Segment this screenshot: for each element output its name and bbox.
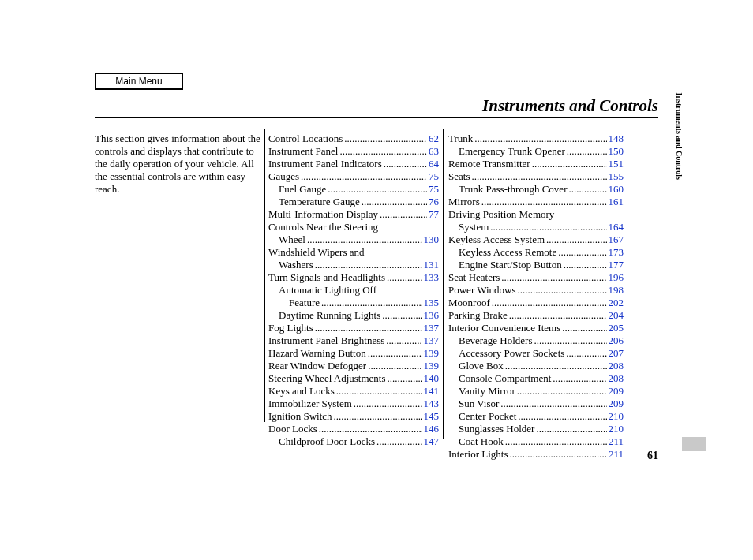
toc-page-link[interactable]: 202 xyxy=(607,297,624,309)
toc-page-link[interactable]: 75 xyxy=(427,183,439,196)
toc-page-link[interactable]: 141 xyxy=(422,385,440,398)
toc-dots xyxy=(366,347,422,360)
toc-page-link[interactable]: 133 xyxy=(422,271,440,284)
toc-dots xyxy=(567,183,606,196)
toc-page-link[interactable]: 147 xyxy=(422,435,440,448)
toc-dots xyxy=(556,246,606,259)
toc-dots xyxy=(508,448,607,461)
toc-dots xyxy=(560,322,606,334)
toc-page-link[interactable]: 62 xyxy=(427,133,439,145)
title-rule xyxy=(95,117,658,118)
toc-dots xyxy=(564,347,606,360)
toc-page-link[interactable]: 209 xyxy=(607,398,624,410)
toc-page-link[interactable]: 208 xyxy=(607,360,624,372)
toc-entry: Temperature Gauge76 xyxy=(268,196,439,208)
toc-page-link[interactable]: 164 xyxy=(607,221,624,233)
toc-dots xyxy=(380,309,421,322)
toc-page-link[interactable]: 161 xyxy=(607,196,624,208)
toc-page-link[interactable]: 137 xyxy=(422,334,440,347)
toc-label: Remote Transmitter xyxy=(448,158,530,170)
toc-dots xyxy=(313,322,422,334)
toc-label: Trunk xyxy=(448,133,473,145)
toc-page-link[interactable]: 198 xyxy=(607,284,624,297)
toc-page-link[interactable]: 148 xyxy=(607,133,624,145)
toc-page-link[interactable]: 155 xyxy=(607,170,624,183)
toc-dots xyxy=(317,423,422,435)
toc-dots xyxy=(386,372,422,385)
toc-entry: System164 xyxy=(448,221,624,233)
toc-entry: Mirrors161 xyxy=(448,196,624,208)
toc-label: Moonroof xyxy=(448,297,490,309)
toc-page-link[interactable]: 145 xyxy=(422,410,440,423)
toc-dots xyxy=(504,360,607,372)
toc-label: Trunk Pass-through Cover xyxy=(448,183,567,196)
toc-page-link[interactable]: 160 xyxy=(607,183,624,196)
toc-page-link[interactable]: 211 xyxy=(607,435,624,448)
toc-page-link[interactable]: 205 xyxy=(607,322,624,334)
toc-dots xyxy=(562,259,607,271)
toc-page-link[interactable]: 140 xyxy=(422,372,440,385)
toc-dots xyxy=(360,196,427,208)
toc-page-link[interactable]: 139 xyxy=(422,360,440,372)
toc-dots xyxy=(375,435,421,448)
toc-label: Instrument Panel Brightness xyxy=(268,334,384,347)
toc-page-link[interactable]: 173 xyxy=(607,246,624,259)
toc-page-link[interactable]: 151 xyxy=(607,158,624,170)
toc-label: Door Locks xyxy=(268,423,317,435)
toc-page-link[interactable]: 167 xyxy=(607,233,624,246)
toc-page-link[interactable]: 211 xyxy=(607,448,624,461)
main-menu-button[interactable]: Main Menu xyxy=(95,73,183,90)
toc-label: Gauges xyxy=(268,170,299,183)
toc-page-link[interactable]: 204 xyxy=(607,309,624,322)
toc-entry: Keys and Locks141 xyxy=(268,385,439,398)
toc-dots xyxy=(533,334,607,347)
toc-page-link[interactable]: 131 xyxy=(422,259,440,271)
toc-page-link[interactable]: 207 xyxy=(607,347,624,360)
toc-label: Emergency Trunk Opener xyxy=(448,145,565,158)
toc-page-link[interactable]: 130 xyxy=(422,233,440,246)
toc-page-link[interactable]: 143 xyxy=(422,398,440,410)
toc-label: Instrument Panel Indicators xyxy=(268,158,382,170)
toc-label: Vanity Mirror xyxy=(448,385,515,398)
toc-page-link[interactable]: 137 xyxy=(422,322,440,334)
toc-page-link[interactable]: 206 xyxy=(607,334,624,347)
page: Main Menu Instruments and Controls This … xyxy=(0,0,753,560)
toc-entry: Hazard Warning Button139 xyxy=(268,347,439,360)
toc-page-link[interactable]: 135 xyxy=(422,297,440,309)
toc-page-link[interactable]: 196 xyxy=(607,271,624,284)
toc-label: Washers xyxy=(279,259,313,271)
toc-page-link[interactable]: 146 xyxy=(422,423,440,435)
toc-dots xyxy=(480,196,607,208)
toc-entry: Instrument Panel63 xyxy=(268,145,439,158)
toc-dots xyxy=(551,372,606,385)
toc-label: Hazard Warning Button xyxy=(268,347,366,360)
toc-page-link[interactable]: 77 xyxy=(427,208,439,221)
toc-label: Parking Brake xyxy=(448,309,508,322)
toc-page-link[interactable]: 75 xyxy=(427,170,439,183)
toc-label: Accessory Power Sockets xyxy=(448,347,564,360)
toc-dots xyxy=(382,158,427,170)
toc-page-link[interactable]: 209 xyxy=(607,385,624,398)
page-number: 61 xyxy=(647,450,658,462)
toc-entry: Trunk Pass-through Cover160 xyxy=(448,183,624,196)
column-separator xyxy=(443,129,444,439)
toc-dots xyxy=(326,183,427,196)
toc-label: Windshield Wipers and xyxy=(268,246,364,259)
toc-entry: Remote Transmitter151 xyxy=(448,158,624,170)
toc-page-link[interactable]: 177 xyxy=(607,259,624,271)
intro-text: This section gives information about the… xyxy=(95,133,260,196)
toc-page-link[interactable]: 76 xyxy=(427,196,439,208)
toc-page-link[interactable]: 136 xyxy=(422,309,440,322)
toc-page-link[interactable]: 210 xyxy=(607,410,624,423)
toc-dots xyxy=(305,233,422,246)
toc-page-link[interactable]: 64 xyxy=(427,158,439,170)
toc-page-link[interactable]: 210 xyxy=(607,423,624,435)
toc-dots xyxy=(378,208,427,221)
toc-page-link[interactable]: 150 xyxy=(607,145,624,158)
toc-entry: Instrument Panel Indicators64 xyxy=(268,158,439,170)
toc-page-link[interactable]: 208 xyxy=(607,372,624,385)
toc-page-link[interactable]: 139 xyxy=(422,347,440,360)
toc-entry: Childproof Door Locks147 xyxy=(268,435,439,448)
toc-page-link[interactable]: 63 xyxy=(427,145,439,158)
toc-entry: Seats155 xyxy=(448,170,624,183)
